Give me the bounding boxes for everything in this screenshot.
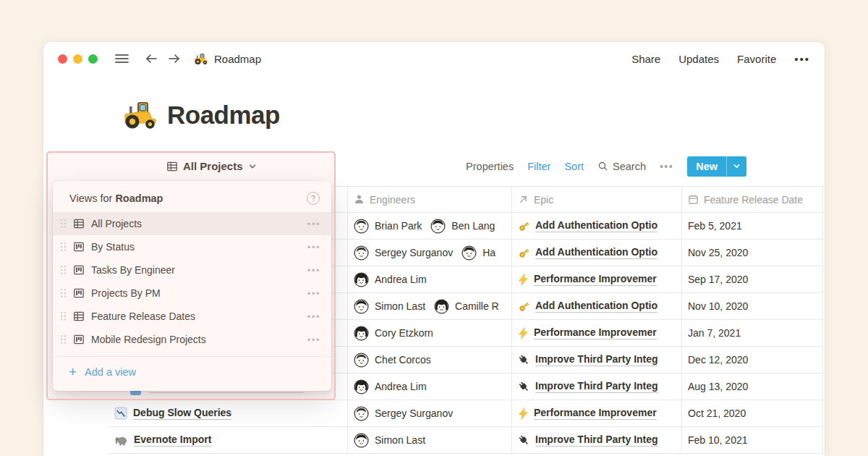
date-cell[interactable]: Nov 10, 2020: [682, 293, 823, 319]
item-more-icon[interactable]: •••: [307, 265, 320, 276]
engineer-chip[interactable]: Cory Etzkorn: [354, 326, 433, 341]
breadcrumb[interactable]: Roadmap: [194, 53, 261, 65]
date-cell[interactable]: Feb 10, 2021: [682, 427, 823, 453]
back-arrow-icon[interactable]: [145, 53, 158, 64]
epic-cell[interactable]: Performance Improvemer: [512, 266, 682, 292]
item-more-icon[interactable]: •••: [307, 242, 320, 253]
epic-link[interactable]: Add Authentication Optio: [535, 246, 658, 260]
date-column-header[interactable]: Feature Release Date: [682, 187, 823, 212]
engineer-chip[interactable]: Simon Last: [354, 433, 425, 448]
epic-link[interactable]: Performance Improvemer: [534, 273, 657, 287]
date-cell[interactable]: Aug 13, 2020: [682, 373, 823, 400]
project-cell[interactable]: Debug Slow Queries: [109, 400, 348, 426]
engineers-cell[interactable]: Simon Last: [348, 427, 512, 453]
engineers-cell[interactable]: Simon LastCamille R: [348, 293, 512, 319]
close-window-button[interactable]: [58, 54, 67, 64]
item-more-icon[interactable]: •••: [307, 334, 320, 345]
epic-link[interactable]: Performance Improvemer: [534, 407, 657, 421]
engineer-chip[interactable]: Sergey Surganov: [354, 245, 453, 261]
item-more-icon[interactable]: •••: [307, 288, 320, 299]
epic-link[interactable]: Improve Third Party Integ: [535, 434, 658, 447]
engineers-cell[interactable]: Andrea Lim: [348, 266, 512, 292]
views-menu-item[interactable]: Feature Release Dates•••: [53, 305, 331, 328]
drag-handle-icon[interactable]: [60, 288, 67, 298]
engineer-chip[interactable]: Andrea Lim: [354, 379, 427, 394]
epic-cell[interactable]: Add Authentication Optio: [512, 240, 682, 266]
help-icon[interactable]: ?: [307, 192, 320, 205]
date-cell[interactable]: Nov 25, 2020: [682, 240, 823, 266]
sort-button[interactable]: Sort: [564, 161, 584, 172]
epic-link[interactable]: Improve Third Party Integ: [535, 380, 658, 394]
item-more-icon[interactable]: •••: [307, 219, 320, 229]
views-menu-item[interactable]: All Projects•••: [53, 212, 331, 235]
more-options-icon[interactable]: •••: [794, 53, 810, 65]
view-tab-all-projects[interactable]: All Projects: [166, 155, 257, 177]
new-button-label[interactable]: New: [687, 156, 726, 177]
forward-arrow-icon[interactable]: [167, 53, 181, 64]
drag-handle-icon[interactable]: [60, 219, 67, 229]
minimize-window-button[interactable]: [73, 54, 82, 64]
avatar: [434, 299, 449, 314]
engineer-chip[interactable]: Brian Park: [354, 219, 422, 234]
engineers-cell[interactable]: Sergey Surganov: [348, 400, 512, 426]
epic-cell[interactable]: Add Authentication Optio: [512, 293, 682, 319]
epic-cell[interactable]: Improve Third Party Integ: [512, 347, 682, 373]
sidebar-menu-icon[interactable]: [115, 53, 129, 64]
drag-handle-icon[interactable]: [60, 311, 67, 321]
engineer-chip[interactable]: Ha: [461, 245, 495, 261]
project-cell[interactable]: Evernote Import: [109, 427, 348, 453]
new-button-chevron[interactable]: [727, 156, 746, 177]
epic-link[interactable]: Add Authentication Optio: [535, 300, 658, 313]
new-button[interactable]: New: [687, 156, 746, 177]
date-cell[interactable]: Feb 5, 2021: [682, 213, 823, 239]
filter-button[interactable]: Filter: [527, 161, 550, 172]
favorite-button[interactable]: Favorite: [737, 53, 776, 65]
engineer-chip[interactable]: Sergey Surganov: [354, 406, 453, 421]
epic-cell[interactable]: Performance Improvemer: [512, 400, 682, 426]
drag-handle-icon[interactable]: [60, 265, 67, 275]
engineers-cell[interactable]: Cory Etzkorn: [348, 320, 512, 346]
window-controls: [58, 54, 98, 64]
epic-link[interactable]: Performance Improvemer: [534, 326, 657, 340]
properties-button[interactable]: Properties: [466, 161, 514, 172]
zoom-window-button[interactable]: [88, 54, 98, 64]
views-menu-item[interactable]: Projects By PM•••: [53, 282, 331, 305]
date-cell[interactable]: Oct 21, 2020: [682, 400, 823, 426]
engineers-cell[interactable]: Chet Corcos: [348, 347, 512, 373]
views-menu-item[interactable]: By Status•••: [53, 235, 331, 258]
engineers-cell[interactable]: Andrea Lim: [348, 373, 512, 400]
epic-cell[interactable]: Improve Third Party Integ: [512, 427, 682, 453]
epic-cell[interactable]: Improve Third Party Integ: [512, 373, 682, 400]
engineers-cell[interactable]: Sergey SurganovHa: [348, 240, 512, 266]
search-button[interactable]: Search: [597, 161, 646, 172]
project-page-link[interactable]: Evernote Import: [134, 434, 211, 447]
views-menu-item[interactable]: Mobile Redesign Projects•••: [53, 328, 331, 351]
engineer-chip[interactable]: Chet Corcos: [354, 352, 431, 368]
table-view-icon: [73, 311, 85, 322]
engineers-column-header[interactable]: Engineers: [348, 187, 512, 212]
share-button[interactable]: Share: [631, 53, 660, 65]
engineer-chip[interactable]: Simon Last: [354, 299, 425, 314]
item-more-icon[interactable]: •••: [307, 311, 320, 322]
toolbar-more-icon[interactable]: •••: [660, 161, 673, 172]
epic-cell[interactable]: Performance Improvemer: [512, 320, 682, 346]
epic-cell[interactable]: Add Authentication Optio: [512, 213, 682, 239]
epic-link[interactable]: Improve Third Party Integ: [535, 353, 658, 367]
epic-column-header[interactable]: Epic: [512, 187, 682, 212]
drag-handle-icon[interactable]: [60, 334, 67, 345]
add-view-button[interactable]: + Add a view: [53, 357, 331, 387]
date-cell[interactable]: Dec 12, 2020: [682, 347, 823, 373]
engineer-chip[interactable]: Camille R: [434, 299, 499, 314]
updates-button[interactable]: Updates: [678, 53, 719, 65]
views-menu-item[interactable]: Tasks By Engineer•••: [53, 258, 331, 282]
tractor-icon: [194, 53, 208, 65]
add-view-label: Add a view: [85, 366, 136, 378]
engineer-chip[interactable]: Ben Lang: [430, 219, 495, 234]
date-cell[interactable]: Sep 17, 2020: [682, 266, 823, 292]
engineer-chip[interactable]: Andrea Lim: [354, 272, 427, 287]
drag-handle-icon[interactable]: [60, 242, 67, 252]
engineers-cell[interactable]: Brian ParkBen Lang: [348, 213, 512, 239]
date-cell[interactable]: Jan 7, 2021: [682, 320, 823, 346]
project-page-link[interactable]: Debug Slow Queries: [133, 407, 231, 421]
epic-link[interactable]: Add Authentication Optio: [535, 219, 658, 233]
